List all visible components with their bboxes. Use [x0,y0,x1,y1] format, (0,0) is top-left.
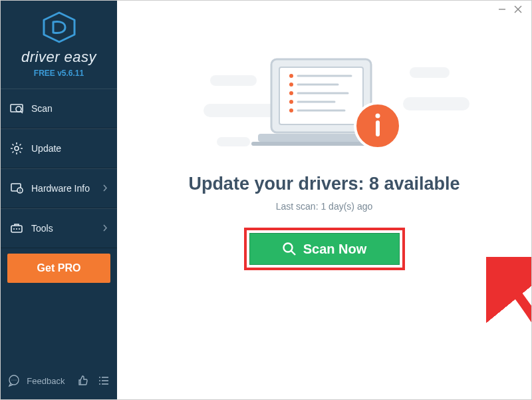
brand-logo-icon [41,11,77,43]
sidebar-item-label: Update [31,143,61,154]
svg-point-34 [289,108,293,112]
sidebar-item-hardware-info[interactable]: i Hardware Info [1,168,117,208]
svg-point-20 [99,383,100,385]
svg-point-37 [375,114,380,118]
magnifier-icon [282,242,297,256]
hardware-icon: i [10,182,23,195]
get-pro-button[interactable]: Get PRO [7,254,110,283]
brand-name: driver easy [1,49,117,66]
sidebar-item-scan[interactable]: Scan [1,89,117,128]
last-scan-text: Last scan: 1 day(s) ago [117,201,531,212]
sidebar-item-label: Hardware Info [31,183,90,194]
window-controls [488,0,532,19]
available-count: 8 [369,174,379,194]
svg-line-40 [291,251,295,255]
headline: Update your drivers: 8 available [117,174,531,194]
sidebar-item-label: Tools [31,223,53,234]
scan-icon [10,102,23,115]
svg-point-26 [289,74,293,78]
close-button[interactable] [513,5,523,14]
svg-point-28 [289,83,293,87]
gear-icon [10,142,23,155]
annotation-arrow [486,257,532,350]
svg-point-4 [15,146,19,150]
svg-point-39 [283,244,292,252]
svg-rect-38 [376,120,380,136]
sidebar-item-tools[interactable]: Tools [1,208,117,248]
svg-marker-0 [44,13,74,42]
scan-now-button[interactable]: Scan Now [249,233,400,265]
decorative-cloud [410,67,450,78]
sidebar-nav: Scan Update i Hardware Info [1,89,117,248]
feedback-label[interactable]: Feedback [27,376,65,386]
decorative-cloud [403,97,469,110]
thumbs-up-icon[interactable] [75,371,90,390]
sidebar-item-update[interactable]: Update [1,128,117,168]
scan-now-label: Scan Now [303,242,367,257]
list-icon[interactable] [96,371,112,390]
scan-highlight-box: Scan Now [244,228,405,270]
svg-point-30 [289,91,293,95]
chevron-right-icon [103,223,108,234]
laptop-illustration [238,53,411,166]
brand: driver easy FREE v5.6.11 [1,1,117,85]
chevron-right-icon [103,183,108,194]
feedback-icon[interactable] [6,371,21,390]
sidebar-item-label: Scan [31,103,53,114]
svg-point-18 [99,380,100,381]
sidebar: driver easy FREE v5.6.11 Scan Update [1,1,117,399]
main-pane: Update your drivers: 8 available Last sc… [117,1,531,399]
svg-point-32 [289,100,293,104]
headline-suffix: available [379,174,460,194]
minimize-button[interactable] [497,5,507,14]
svg-point-16 [99,377,100,378]
tools-icon [10,222,23,235]
svg-point-13 [11,379,12,380]
svg-point-14 [13,379,14,380]
sidebar-footer: Feedback [1,365,117,399]
headline-prefix: Update your drivers: [188,174,369,194]
brand-subline: FREE v5.6.11 [1,69,117,78]
svg-point-15 [15,379,16,380]
svg-point-2 [16,106,21,112]
